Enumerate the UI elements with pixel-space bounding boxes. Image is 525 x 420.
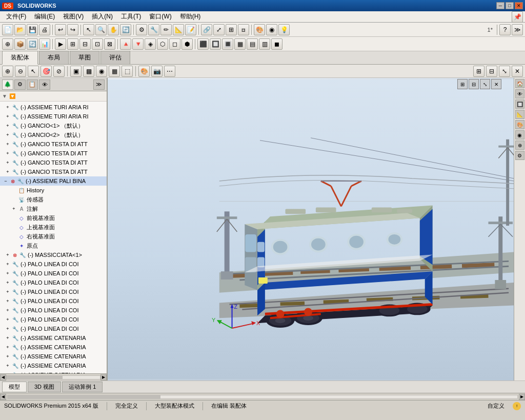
expand-icon[interactable]: + — [4, 344, 11, 351]
vt-view-section[interactable]: ⊘ — [53, 66, 65, 77]
tree-item-palo-7[interactable]: + 🔧 (-) PALO LINEA DI COI — [0, 315, 107, 324]
tb2-15[interactable]: ⬢ — [181, 38, 193, 50]
rotate-button[interactable]: 🔄 — [120, 24, 131, 35]
print-button[interactable]: 🖨 — [39, 24, 50, 35]
tb2-21[interactable]: ▥ — [259, 38, 270, 50]
tab-layout[interactable]: 布局 — [39, 51, 69, 64]
expand-icon[interactable]: + — [4, 270, 11, 277]
tree-item-2[interactable]: + 🔧 (-) ASSIEME TURI ARIA RI — [0, 112, 107, 121]
ri-home[interactable]: 🏠 — [515, 79, 524, 88]
tb2-3[interactable]: 🔄 — [27, 38, 38, 50]
tb2-5[interactable]: ▶ — [55, 38, 66, 50]
expand-icon[interactable]: + — [4, 279, 11, 286]
tree-item-annotation[interactable]: + A 注解 — [0, 204, 107, 213]
menu-insert[interactable]: 插入(N) — [88, 11, 117, 22]
expand-icon[interactable]: + — [4, 141, 11, 148]
bottom-tab-3d[interactable]: 3D 视图 — [28, 382, 61, 392]
tree-item-6[interactable]: + 🔧 (-) GANCIO TESTA DI ATT — [0, 149, 107, 158]
tb2-1[interactable]: ⊕ — [2, 38, 13, 50]
tree-item-palo-6[interactable]: + 🔧 (-) PALO LINEA DI COI — [0, 306, 107, 315]
hscroll-left[interactable]: ◀ — [0, 394, 6, 400]
mate-button[interactable]: 🔗 — [201, 24, 212, 35]
tb2-11[interactable]: 🔻 — [132, 38, 144, 50]
vt-zoom-fit[interactable]: ⊕ — [2, 66, 13, 77]
tree-item-right-plane[interactable]: ◇ 右视基准面 — [0, 232, 107, 241]
expand-icon[interactable]: + — [4, 104, 11, 111]
tree-item-massicciata[interactable]: + ⊗ 🔧 (-) MASSICCIATA<1> — [0, 250, 107, 259]
tb2-19[interactable]: ▦ — [234, 38, 246, 50]
tree-item-3[interactable]: + 🔧 (-) GANCIO<1> （默认） — [0, 121, 107, 130]
tb2-14[interactable]: ◻ — [169, 38, 180, 50]
tree-item-palo-5[interactable]: + 🔧 (-) PALO LINEA DI COI — [0, 296, 107, 306]
tree-scrollbar[interactable]: ◀ ▶ — [0, 373, 107, 381]
vp-close-btn[interactable]: ✕ — [491, 79, 501, 89]
tree-item-palo-4[interactable]: + 🔧 (-) PALO LINEA DI COI — [0, 287, 107, 296]
tree-item-palo-8[interactable]: + 🔧 (-) PALO LINEA DI COI — [0, 324, 107, 333]
vt-maximize[interactable]: ⤡ — [499, 66, 510, 77]
tb2-12[interactable]: ◈ — [145, 38, 156, 50]
components-button[interactable]: ⚙ — [136, 24, 147, 35]
annotation-button[interactable]: 📝 — [185, 24, 196, 35]
new-button[interactable]: 📄 — [2, 24, 13, 35]
tb2-18[interactable]: 🔳 — [222, 38, 233, 50]
vt-extra[interactable]: ⋯ — [164, 66, 175, 77]
expand-icon[interactable]: + — [4, 122, 11, 129]
tree-item-1[interactable]: + 🔧 (-) ASSIEME TURI ARIA RI — [0, 103, 107, 112]
menu-tools[interactable]: 工具(T) — [117, 11, 145, 22]
tree-item-5[interactable]: + 🔧 (-) GANCIO TESTA DI ATT — [0, 139, 107, 149]
menu-help[interactable]: 帮助(H) — [176, 11, 205, 22]
panel-tab-tree[interactable]: 🌲 — [2, 79, 13, 90]
tree-item-origin[interactable]: ✦ 原点 — [0, 241, 107, 250]
hscroll-thumb[interactable] — [8, 395, 160, 398]
tb2-13[interactable]: ⬡ — [157, 38, 168, 50]
vt-display-1[interactable]: ▣ — [70, 66, 82, 77]
minimize-button[interactable]: ─ — [496, 2, 504, 9]
ri-1[interactable]: 👁 — [515, 89, 524, 98]
vt-display-5[interactable]: ⬚ — [122, 66, 133, 77]
expand-icon[interactable]: + — [4, 261, 11, 268]
tb2-8[interactable]: ⊡ — [92, 38, 103, 50]
light-button[interactable]: 💡 — [278, 24, 290, 35]
vt-split-h[interactable]: ⊟ — [486, 66, 497, 77]
expand-icon[interactable]: + — [4, 353, 11, 360]
tree-item-catenaria-4[interactable]: + 🔧 (-) ASSIEME CATENARIA — [0, 361, 107, 370]
tree-item-4[interactable]: + 🔧 (-) GANCIO<2> （默认） — [0, 130, 107, 139]
zoom-button[interactable]: 🔍 — [95, 24, 107, 35]
panel-tab-config[interactable]: 📋 — [27, 79, 38, 90]
move-button[interactable]: ⤢ — [213, 24, 225, 35]
3d-viewport[interactable]: Z X Y ⊞ ⊟ ⤡ ✕ — [108, 78, 514, 381]
tree-item-sensors[interactable]: 📡 传感器 — [0, 195, 107, 204]
expand-icon[interactable]: − — [2, 177, 9, 185]
scroll-right[interactable]: ▶ — [100, 374, 107, 381]
tree-item-palo-2[interactable]: + 🔧 (-) PALO LINEA DI COI — [0, 269, 107, 278]
expand-icon[interactable]: + — [4, 325, 11, 332]
tree-item-palo-3[interactable]: + 🔧 (-) PALO LINEA DI COI — [0, 278, 107, 287]
expand-icon[interactable]: + — [4, 113, 11, 120]
material-button[interactable]: ◉ — [266, 24, 277, 35]
vp-split-2[interactable]: ⊟ — [469, 79, 479, 89]
vp-expand-btn[interactable]: ⤡ — [480, 79, 490, 89]
ri-5[interactable]: ◉ — [515, 130, 524, 139]
tree-item-catenaria-1[interactable]: + 🔧 (-) ASSIEME CATENARIA — [0, 333, 107, 343]
vt-select-mode[interactable]: ↖ — [28, 66, 39, 77]
redo-button[interactable]: ↪ — [67, 24, 78, 35]
hscroll-right[interactable]: ▶ — [519, 394, 525, 400]
align-button[interactable]: ⊞ — [226, 24, 237, 35]
vt-zoom-out[interactable]: ⊖ — [15, 66, 26, 77]
render-button[interactable]: 🎨 — [254, 24, 265, 35]
tb2-10[interactable]: 🔺 — [120, 38, 131, 50]
assembly-button[interactable]: 🔧 — [148, 24, 159, 35]
expand-icon[interactable]: + — [4, 251, 11, 258]
select-button[interactable]: ↖ — [83, 24, 94, 35]
open-button[interactable]: 📂 — [14, 24, 26, 35]
sketch-button[interactable]: ✏ — [160, 24, 172, 35]
menu-window[interactable]: 窗口(W) — [145, 11, 175, 22]
tb2-6[interactable]: ⊞ — [67, 38, 78, 50]
expand-icon[interactable]: + — [4, 131, 11, 138]
ri-6[interactable]: ⊕ — [515, 141, 524, 150]
vt-camera[interactable]: 📷 — [151, 66, 163, 77]
panel-tab-display[interactable]: 👁 — [39, 79, 50, 90]
tb2-20[interactable]: ▤ — [247, 38, 258, 50]
expand-icon[interactable]: + — [4, 168, 11, 175]
expand-icon[interactable]: + — [4, 150, 11, 157]
